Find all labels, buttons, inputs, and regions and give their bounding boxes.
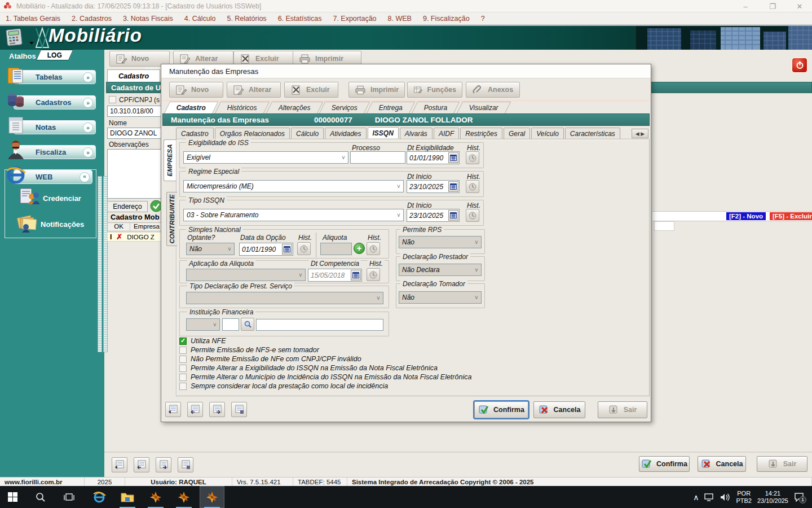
dlg-toolbar-imprimir-button[interactable]: Imprimir <box>348 82 405 98</box>
notification-center-button[interactable]: 1 <box>794 493 804 502</box>
nfe-cnpj-invalido-checkbox[interactable] <box>179 356 187 363</box>
side-tab-empresa[interactable]: EMPRESA <box>164 139 176 181</box>
chevron-down-icon[interactable]: » <box>83 72 93 82</box>
calendar-icon[interactable] <box>282 244 292 255</box>
inst-financeira-combobox[interactable]: ˅ <box>186 318 220 331</box>
tipo-dt-inicio-input[interactable]: 23/10/2025 <box>407 209 460 222</box>
observacoes-textarea[interactable] <box>107 149 161 199</box>
tab2-cadastro[interactable]: Cadastro <box>176 128 214 139</box>
inst-financeira-name-input[interactable] <box>256 319 383 331</box>
main-record-last-button[interactable] <box>178 457 193 472</box>
tab2-aidf[interactable]: AIDF <box>434 128 459 139</box>
menu-tabelas-gerais[interactable]: 1. Tabelas Gerais <box>6 15 60 23</box>
exigibilidade-combobox[interactable]: Exigível˅ <box>183 151 348 164</box>
main-record-next-button[interactable] <box>156 457 171 472</box>
search-inst-button[interactable] <box>241 318 254 331</box>
dlg-toolbar-alterar-button[interactable]: Alterar <box>227 82 281 98</box>
clock[interactable]: 14:2123/10/2025 <box>757 490 788 505</box>
record-first-button[interactable] <box>165 402 181 417</box>
sidebar-item-credenciar[interactable]: Credenciar <box>43 194 81 203</box>
inst-financeira-code-input[interactable] <box>222 318 239 331</box>
cpf-checkbox[interactable] <box>109 96 116 103</box>
bg-tab-cadastro[interactable]: Cadastro <box>107 69 160 82</box>
data-opcao-input[interactable]: 01/01/1990 <box>239 243 293 256</box>
record-last-button[interactable] <box>231 402 247 417</box>
side-tab-contribuinte[interactable]: CONTRIBUINTE <box>166 192 177 246</box>
tab-entrega[interactable]: Entrega <box>367 102 415 113</box>
calendar-icon[interactable] <box>448 181 458 192</box>
record-prev-button[interactable] <box>187 402 203 417</box>
menu-fiscalizacao[interactable]: 9. Fiscalização <box>423 15 470 23</box>
dlg-toolbar-funcoes-button[interactable]: Funções <box>407 82 462 98</box>
permite-rps-combobox[interactable]: Não˅ <box>399 236 482 248</box>
menu-web[interactable]: 8. WEB <box>388 15 412 23</box>
tab-servicos[interactable]: Serviços <box>319 102 370 113</box>
taskbar-explorer-button[interactable] <box>115 486 140 508</box>
calculator-icon[interactable] <box>5 28 25 46</box>
banner-dropdown-arrow[interactable] <box>29 42 34 45</box>
tab-cadastro[interactable]: Cadastro <box>164 102 218 113</box>
menu-notas-fiscais[interactable]: 3. Notas Fiscais <box>123 15 173 23</box>
taskbar-ie-button[interactable] <box>87 486 112 508</box>
network-icon[interactable] <box>704 493 714 501</box>
nome-input[interactable]: DIOGO ZANOL <box>107 128 161 139</box>
chevron-down-icon[interactable]: » <box>83 147 93 157</box>
hist-button[interactable] <box>466 209 479 222</box>
language-indicator[interactable]: PORPTB2 <box>736 490 752 505</box>
main-sair-button[interactable]: Sair <box>757 456 807 472</box>
taskbar-fiorilli-app-1[interactable] <box>143 486 168 508</box>
sidebar-tab-atalhos[interactable]: Atalhos <box>9 52 36 60</box>
nfse-sem-tomador-checkbox[interactable] <box>179 347 187 354</box>
chevron-down-icon[interactable]: » <box>83 98 93 108</box>
calendar-icon[interactable] <box>448 152 458 163</box>
close-button[interactable]: ✕ <box>787 0 812 12</box>
sidebar-item-notificacoes[interactable]: Notificações <box>41 220 84 229</box>
menu-exportacao[interactable]: 7. Exportação <box>333 15 376 23</box>
tab2-geral[interactable]: Geral <box>504 128 530 139</box>
tab2-orgaos-relacionados[interactable]: Orgãos Relacionados <box>215 128 290 139</box>
taskbar-search-button[interactable] <box>28 486 53 508</box>
calendar-icon[interactable] <box>448 210 458 221</box>
processo-input[interactable] <box>350 151 405 164</box>
decl-tomador-combobox[interactable]: Não˅ <box>399 291 482 304</box>
col-ok[interactable]: OK <box>108 223 130 231</box>
main-cancela-button[interactable]: Cancela <box>698 456 746 472</box>
dialog-sair-button[interactable]: Sair <box>598 401 647 418</box>
pane-scrollbar[interactable] <box>98 176 102 352</box>
dlg-toolbar-novo-button[interactable]: Novo <box>169 82 223 98</box>
dialog-cancela-button[interactable]: Cancela <box>533 401 585 418</box>
hist-button[interactable] <box>367 242 380 255</box>
hist-button[interactable] <box>367 268 380 281</box>
alterar-exigibilidade-checkbox[interactable] <box>179 365 187 372</box>
tab-postura[interactable]: Postura <box>412 102 460 113</box>
tipo-declaracao-combobox[interactable]: ˅ <box>186 292 383 304</box>
regime-combobox[interactable]: Microempresário (ME)˅ <box>183 180 404 192</box>
aliquota-input[interactable] <box>320 243 352 255</box>
tipo-issqn-combobox[interactable]: 03 - Sobre Faturamento˅ <box>183 209 404 221</box>
dt-exigibilidade-input[interactable]: 01/01/1990 <box>407 151 460 164</box>
start-button[interactable] <box>0 486 25 508</box>
tray-expand-icon[interactable]: ∧ <box>693 493 699 502</box>
add-aliquota-button[interactable]: + <box>354 243 365 254</box>
local-prestacao-checkbox[interactable] <box>179 383 187 390</box>
main-record-first-button[interactable] <box>112 457 127 472</box>
minimize-button[interactable]: – <box>733 0 758 12</box>
tab-visualizar[interactable]: Visualizar <box>457 102 511 113</box>
col-empresa[interactable]: Empresa <box>130 223 160 231</box>
menu-help[interactable]: ? <box>481 15 485 23</box>
power-button[interactable] <box>792 58 807 73</box>
chevron-down-icon[interactable]: » <box>83 122 93 133</box>
utiliza-nfe-checkbox[interactable] <box>179 338 187 345</box>
tab2-alvaras[interactable]: Alvarás <box>400 128 433 139</box>
hist-button[interactable] <box>297 242 311 255</box>
dt-competencia-input[interactable]: 15/05/2018 <box>308 269 362 282</box>
dlg-toolbar-excluir-button[interactable]: Excluir <box>284 82 338 98</box>
decl-prestador-combobox[interactable]: Não Declara˅ <box>399 264 482 276</box>
tab-scroll-buttons[interactable]: ◀ ▶ <box>632 129 648 138</box>
regime-dt-inicio-input[interactable]: 23/10/2025 <box>407 180 460 193</box>
cpf-input[interactable]: 10.310.018/00 <box>107 106 161 117</box>
tab2-veiculo[interactable]: Veículo <box>531 128 564 139</box>
alterar-municipio-checkbox[interactable] <box>179 374 187 381</box>
tab2-atividades[interactable]: Atividades <box>325 128 366 139</box>
hist-button[interactable] <box>466 151 479 164</box>
